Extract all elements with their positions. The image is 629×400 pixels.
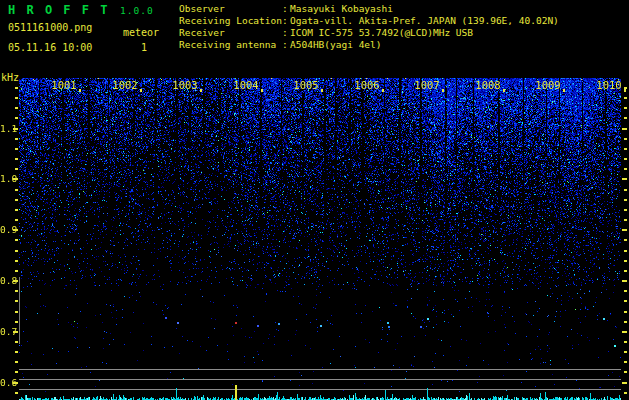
freq-tick-left — [15, 239, 18, 241]
info-row-receiver: Receiver:ICOM IC-575 53.7492(@LCD)MHz US… — [179, 27, 473, 39]
freq-tick-left — [15, 107, 18, 109]
time-label: 1004 — [233, 79, 258, 91]
freq-tick-left — [15, 341, 18, 343]
freq-tick-right — [624, 351, 627, 353]
freq-label: 0.6 — [0, 377, 14, 388]
info-label: Observer — [179, 3, 282, 15]
freq-tick-right — [624, 321, 627, 323]
freq-tick-left — [15, 168, 18, 170]
info-value: A504HB(yagi 4el) — [290, 39, 382, 51]
reference-line-top — [19, 369, 621, 370]
freq-tick-right — [624, 300, 627, 302]
freq-tick-left — [15, 300, 18, 302]
app-version: 1.0.0 — [120, 5, 154, 16]
minute-mark — [442, 89, 444, 92]
freq-axis-unit: kHz — [1, 72, 19, 83]
freq-tick-right — [624, 117, 627, 119]
freq-tick-left — [15, 392, 18, 394]
time-label: 1009 — [535, 79, 560, 91]
minute-mark — [382, 89, 384, 92]
info-separator: : — [282, 15, 290, 27]
info-row-antenna: Receiving antenna:A504HB(yagi 4el) — [179, 39, 382, 51]
minute-mark — [624, 89, 626, 92]
freq-tick-left — [15, 219, 18, 221]
freq-tick-right — [624, 148, 627, 150]
time-label: 1001 — [51, 79, 76, 91]
freq-tick-left — [15, 270, 18, 272]
info-row-location: Receiving Location:Ogata-vill. Akita-Pre… — [179, 15, 559, 27]
info-separator: : — [282, 27, 290, 39]
freq-tick-left — [15, 250, 18, 252]
freq-tick-left — [15, 321, 18, 323]
freq-tick-left — [15, 371, 18, 373]
freq-label: 1.0 — [0, 173, 14, 184]
freq-tick-right — [624, 209, 627, 211]
freq-tick-left — [15, 209, 18, 211]
minute-mark — [140, 89, 142, 92]
freq-tick-left — [15, 189, 18, 191]
freq-tick-right — [624, 270, 627, 272]
info-row-observer: Observer:Masayuki Kobayashi — [179, 3, 393, 15]
freq-tick-right — [624, 107, 627, 109]
minute-mark — [321, 89, 323, 92]
info-label: Receiving antenna — [179, 39, 282, 51]
freq-tick-right — [624, 219, 627, 221]
freq-tick-left — [15, 87, 18, 89]
freq-tick-right — [624, 290, 627, 292]
freq-tick-left — [15, 138, 18, 140]
time-label: 1006 — [354, 79, 379, 91]
freq-tick-left — [15, 97, 18, 99]
freq-tick-right — [624, 311, 627, 313]
time-label: 1002 — [112, 79, 137, 91]
minute-mark — [261, 89, 263, 92]
freq-tick-left — [15, 117, 18, 119]
freq-tick-right — [624, 158, 627, 160]
minute-mark — [200, 89, 202, 92]
mode-label: meteor — [123, 27, 159, 38]
freq-tick-right — [624, 199, 627, 201]
freq-tick-left — [15, 361, 18, 363]
freq-label: 0.8 — [0, 275, 14, 286]
time-label: 1005 — [293, 79, 318, 91]
freq-label: 1.1 — [0, 123, 14, 134]
freq-tick-right — [624, 138, 627, 140]
info-label: Receiving Location — [179, 15, 282, 27]
freq-label: 0.9 — [0, 224, 14, 235]
freq-tick-right — [622, 128, 627, 130]
freq-tick-right — [624, 239, 627, 241]
freq-tick-right — [622, 382, 627, 384]
freq-tick-right — [622, 178, 627, 180]
hrofft-screen: H R O F F T 1.0.0 0511161000.png meteor … — [0, 0, 629, 400]
freq-tick-left — [15, 260, 18, 262]
freq-tick-right — [624, 97, 627, 99]
freq-tick-left — [15, 158, 18, 160]
freq-tick-right — [624, 371, 627, 373]
info-separator: : — [282, 3, 290, 15]
time-label: 1008 — [475, 79, 500, 91]
freq-tick-right — [622, 331, 627, 333]
freq-tick-right — [624, 168, 627, 170]
meteor-count: 1 — [141, 42, 147, 53]
time-label: 1003 — [172, 79, 197, 91]
minute-mark — [503, 89, 505, 92]
app-title: H R O F F T — [8, 3, 109, 17]
freq-tick-left — [15, 148, 18, 150]
freq-tick-right — [624, 250, 627, 252]
minute-mark — [563, 89, 565, 92]
freq-label: 0.7 — [0, 326, 14, 337]
freq-tick-left — [15, 199, 18, 201]
freq-tick-left — [15, 351, 18, 353]
left-edge-marker — [19, 277, 20, 344]
info-value: ICOM IC-575 53.7492(@LCD)MHz USB — [290, 27, 473, 39]
freq-tick-right — [624, 341, 627, 343]
freq-tick-right — [624, 260, 627, 262]
freq-tick-right — [624, 392, 627, 394]
info-separator: : — [282, 39, 290, 51]
freq-tick-right — [622, 229, 627, 231]
freq-tick-right — [622, 280, 627, 282]
minute-mark — [79, 89, 81, 92]
spectrogram-canvas — [19, 78, 621, 392]
freq-tick-left — [15, 290, 18, 292]
freq-tick-right — [624, 361, 627, 363]
time-label: 1007 — [414, 79, 439, 91]
